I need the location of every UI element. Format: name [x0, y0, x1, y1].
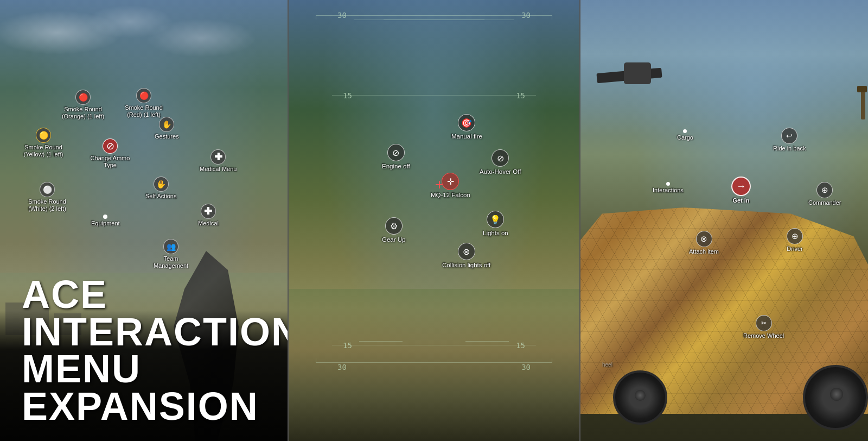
medical-menu-label: Medical Menu	[200, 166, 237, 173]
lights-on-label: Lights on	[483, 230, 508, 237]
interactions-dot	[666, 182, 670, 186]
hud-frame-top	[316, 15, 552, 20]
wheel-2-hub	[829, 387, 844, 402]
manual-fire-label: Manual fire	[451, 133, 482, 141]
smoke-yellow-icon: 🟡	[36, 128, 51, 143]
wheel-1-hub	[634, 389, 647, 402]
title-line2: EXPANSION	[22, 385, 259, 428]
node-remove-wheel[interactable]: ✂ Remove Wheel	[743, 315, 784, 339]
node-ride-in-back[interactable]: ↩ Ride in back	[773, 128, 806, 152]
node-smoke-white[interactable]: ⚪ Smoke Round (White) (2 left)	[23, 182, 72, 212]
gestures-label: Gestures	[155, 133, 179, 140]
hud-num-bot-right: 15	[516, 341, 525, 350]
manual-fire-icon: 🎯	[458, 114, 475, 131]
commander-label: Commander	[808, 199, 841, 206]
node-equipment[interactable]: Equipment	[91, 215, 120, 227]
node-gear-up[interactable]: ⚙ Gear Up	[382, 217, 405, 244]
node-commander[interactable]: ⊕ Commander	[808, 182, 841, 206]
gun-mount	[624, 62, 651, 84]
mq12-icon: ✛	[442, 173, 459, 190]
node-smoke-yellow[interactable]: 🟡 Smoke Round (Yellow) (1 left)	[19, 128, 68, 158]
team-management-label: Team Management	[146, 255, 195, 269]
interactions-label: Interactions	[653, 187, 684, 194]
equipment-label: Equipment	[91, 220, 120, 227]
change-ammo-label: Change Ammo Type	[86, 155, 135, 169]
hud-num-top-right: 30	[521, 11, 531, 20]
get-in-label: Get In	[732, 197, 749, 204]
smoke-red-icon: 🔴	[136, 88, 151, 103]
get-in-icon: →	[731, 177, 751, 196]
gestures-icon: ✋	[159, 117, 174, 132]
hud-bot-tick-r	[465, 341, 509, 342]
node-engine-off[interactable]: ⊘ Engine off	[382, 144, 410, 171]
ride-in-back-icon: ↩	[781, 128, 797, 144]
node-lights-on[interactable]: 💡 Lights on	[483, 211, 508, 237]
remove-wheel-label: Remove Wheel	[743, 332, 784, 339]
panel-1: 🔴 Smoke Round (Orange) (1 left) 🔴 Smoke …	[0, 0, 288, 441]
node-collision-lights[interactable]: ⊗ Collision lights off	[442, 243, 490, 269]
node-driver[interactable]: ⊕ Driver	[787, 228, 803, 253]
cargo-dot	[683, 129, 687, 133]
collision-lights-label: Collision lights off	[442, 262, 490, 269]
hud-num-top-left: 30	[337, 11, 347, 20]
title-overlay-panel1: ACE INTERACTION MENU EXPANSION	[0, 311, 288, 441]
smoke-orange-icon: 🔴	[75, 90, 91, 105]
hud-num-mid-left: 15	[343, 91, 352, 100]
hud-num-bot2-left: 30	[337, 363, 347, 371]
gear-up-label: Gear Up	[382, 236, 405, 244]
medical-label: Medical	[198, 220, 219, 227]
node-get-in[interactable]: → Get In	[731, 177, 751, 204]
hud-bar-mid	[332, 95, 536, 96]
hud-num-bot2-right: 30	[521, 363, 531, 371]
attach-item-icon: ⊗	[696, 231, 712, 247]
medical-icon: ✚	[201, 204, 216, 219]
smoke-yellow-label: Smoke Round (Yellow) (1 left)	[19, 144, 68, 158]
title-line1: ACE INTERACTION MENU	[22, 273, 288, 390]
title-text: ACE INTERACTION MENU EXPANSION	[22, 276, 288, 425]
node-smoke-red[interactable]: 🔴 Smoke Round (Red) (1 left)	[119, 88, 168, 118]
node-change-ammo[interactable]: ⊘ Change Ammo Type	[86, 138, 135, 169]
mq12-label: MQ-12 Falcon	[431, 192, 470, 199]
smoke-white-label: Smoke Round (White) (2 left)	[23, 198, 72, 212]
hud-num-bot-left: 15	[343, 341, 352, 350]
node-medical-menu[interactable]: ✚ Medical Menu	[200, 149, 237, 173]
node-auto-hover-off[interactable]: ⊘ Auto-Hover Off	[480, 149, 521, 176]
hud-frame-bottom	[316, 358, 552, 363]
node-interactions[interactable]: Interactions	[653, 182, 684, 194]
attach-item-label: Attach item	[689, 248, 719, 255]
cargo-label: Cargo	[677, 134, 693, 141]
node-self-actions[interactable]: 🖐 Self Actions	[145, 177, 176, 200]
panel-2: 30 30 15 15 15 15 30 30 🎯 Manual fire	[288, 0, 580, 441]
driver-label: Driver	[787, 245, 802, 253]
node-medical[interactable]: ✚ Medical	[198, 204, 219, 227]
hud-bar-bot	[332, 345, 536, 345]
node-mq12-falcon[interactable]: ✛ MQ-12 Falcon	[431, 173, 470, 199]
auto-hover-off-icon: ⊘	[492, 149, 509, 167]
mirror-right	[857, 86, 867, 92]
ground-panel-2	[289, 289, 579, 441]
hud-bar-top-inner	[384, 20, 484, 20]
equipment-dot	[103, 215, 107, 219]
remove-wheel-icon: ✂	[756, 315, 772, 331]
wheel-label-bottom: heel	[602, 362, 612, 368]
gear-up-icon: ⚙	[385, 217, 403, 235]
engine-off-icon: ⊘	[387, 144, 405, 161]
node-smoke-orange[interactable]: 🔴 Smoke Round (Orange) (1 left)	[59, 90, 107, 120]
node-cargo[interactable]: Cargo	[677, 129, 693, 141]
engine-off-label: Engine off	[382, 163, 410, 171]
auto-hover-off-label: Auto-Hover Off	[480, 168, 521, 176]
node-team-management[interactable]: 👥 Team Management	[146, 239, 195, 269]
panel-3: Cargo ↩ Ride in back Interactions → Get …	[580, 0, 868, 441]
smoke-orange-label: Smoke Round (Orange) (1 left)	[59, 106, 107, 120]
driver-icon: ⊕	[787, 228, 803, 244]
self-actions-icon: 🖐	[154, 177, 169, 192]
commander-icon: ⊕	[816, 182, 833, 198]
hud-bot-tick-l	[359, 341, 403, 342]
node-manual-fire[interactable]: 🎯 Manual fire	[451, 114, 482, 141]
main-container: 🔴 Smoke Round (Orange) (1 left) 🔴 Smoke …	[0, 0, 868, 441]
node-gestures[interactable]: ✋ Gestures	[155, 117, 179, 140]
hud-num-mid-right: 15	[516, 91, 525, 100]
node-attach-item[interactable]: ⊗ Attach item	[689, 231, 719, 255]
smoke-white-icon: ⚪	[40, 182, 55, 197]
medical-menu-icon: ✚	[210, 149, 226, 165]
